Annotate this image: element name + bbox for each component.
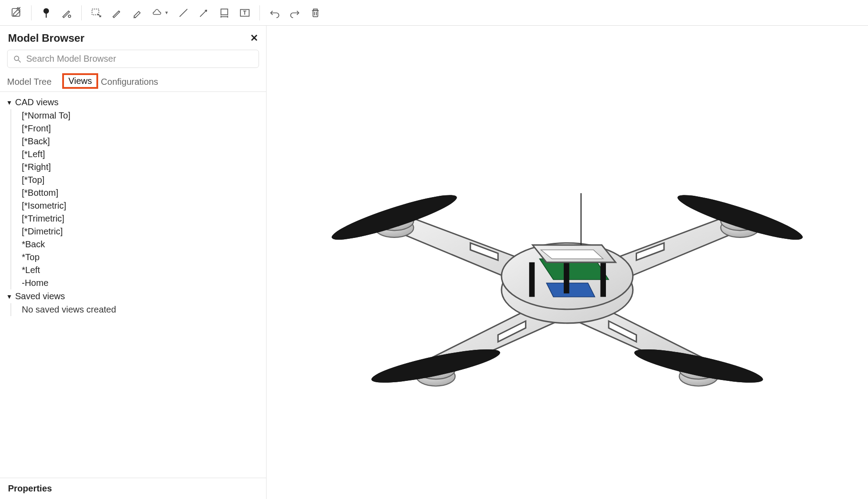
- tabs-row: Model Tree Views Configurations: [0, 72, 266, 92]
- 3d-viewport[interactable]: [267, 26, 868, 499]
- search-icon: [13, 55, 22, 63]
- svg-marker-20: [546, 283, 595, 297]
- svg-point-2: [68, 15, 71, 17]
- svg-point-8: [14, 56, 19, 60]
- drone-model-icon: [291, 83, 844, 442]
- edit-sketch-icon[interactable]: [6, 4, 27, 22]
- properties-header[interactable]: Properties: [0, 478, 266, 499]
- trash-icon[interactable]: [305, 4, 326, 22]
- toolbar-separator: [31, 5, 32, 20]
- search-input[interactable]: [26, 54, 253, 64]
- view-item[interactable]: [*Back]: [22, 135, 266, 148]
- svg-text:T: T: [243, 10, 247, 16]
- view-item[interactable]: *Back: [22, 238, 266, 251]
- view-item[interactable]: [*Bottom]: [22, 186, 266, 199]
- panel-header: Model Browser ✕: [0, 26, 266, 48]
- tab-model-tree[interactable]: Model Tree: [7, 74, 57, 91]
- toolbar-separator: [259, 5, 260, 20]
- cloud-icon[interactable]: ▼: [147, 4, 173, 22]
- selection-box-icon[interactable]: [86, 4, 107, 22]
- tab-configurations[interactable]: Configurations: [101, 74, 163, 91]
- group-label: Saved views: [15, 291, 65, 301]
- view-item[interactable]: -Home: [22, 277, 266, 289]
- dimension-icon[interactable]: [214, 4, 235, 22]
- undo-icon[interactable]: [264, 4, 285, 22]
- svg-rect-22: [601, 262, 606, 297]
- close-icon[interactable]: ✕: [250, 32, 258, 44]
- cad-views-items: [*Normal To] [*Front] [*Back] [*Left] [*…: [11, 109, 266, 289]
- pencil-3d-icon[interactable]: [56, 4, 77, 22]
- highlighter-icon[interactable]: [127, 4, 147, 22]
- text-box-icon[interactable]: T: [235, 4, 255, 22]
- model-browser-panel: Model Browser ✕ Model Tree Views Configu…: [0, 26, 267, 499]
- view-item[interactable]: [*Dimetric]: [22, 225, 266, 238]
- toolbar-separator: [81, 5, 82, 20]
- group-cad-views: ▼ CAD views [*Normal To] [*Front] [*Back…: [6, 95, 266, 289]
- svg-point-1: [44, 8, 49, 13]
- tab-views[interactable]: Views: [62, 73, 98, 89]
- view-item[interactable]: [*Right]: [22, 161, 266, 174]
- view-item[interactable]: [*Isometric]: [22, 199, 266, 212]
- group-label: CAD views: [15, 97, 59, 107]
- line-icon[interactable]: [173, 4, 194, 22]
- svg-rect-21: [529, 262, 534, 297]
- chevron-down-icon: ▼: [164, 10, 169, 15]
- svg-rect-4: [221, 9, 227, 15]
- view-item[interactable]: *Top: [22, 251, 266, 264]
- views-tree: ▼ CAD views [*Normal To] [*Front] [*Back…: [0, 92, 266, 478]
- view-item[interactable]: [*Front]: [22, 122, 266, 135]
- view-item[interactable]: [*Normal To]: [22, 109, 266, 122]
- pencil-icon[interactable]: [107, 4, 127, 22]
- search-wrap: [0, 48, 266, 72]
- search-box[interactable]: [7, 50, 259, 68]
- group-header-saved-views[interactable]: ▼ Saved views: [6, 289, 266, 303]
- arrow-icon[interactable]: [194, 4, 214, 22]
- main-area: Model Browser ✕ Model Tree Views Configu…: [0, 26, 868, 499]
- view-item[interactable]: [*Trimetric]: [22, 212, 266, 225]
- svg-rect-7: [313, 10, 318, 16]
- group-header-cad-views[interactable]: ▼ CAD views: [6, 95, 266, 109]
- redo-icon[interactable]: [285, 4, 305, 22]
- empty-message: No saved views created: [22, 303, 266, 316]
- svg-marker-25: [541, 250, 603, 259]
- panel-title: Model Browser: [8, 32, 84, 44]
- top-toolbar: ▼ T: [0, 0, 868, 26]
- pin-icon[interactable]: [36, 4, 56, 22]
- saved-views-items: No saved views created: [11, 303, 266, 316]
- view-item[interactable]: [*Top]: [22, 174, 266, 186]
- group-saved-views: ▼ Saved views No saved views created: [6, 289, 266, 316]
- caret-down-icon: ▼: [6, 293, 12, 300]
- view-item[interactable]: [*Left]: [22, 148, 266, 161]
- caret-down-icon: ▼: [6, 99, 12, 106]
- view-item[interactable]: *Left: [22, 264, 266, 277]
